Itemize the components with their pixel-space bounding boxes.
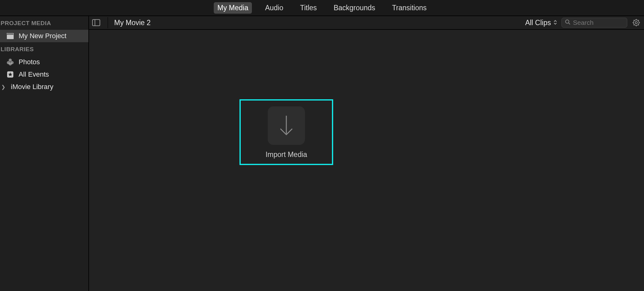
filter-label: All Clips xyxy=(525,19,551,27)
svg-point-7 xyxy=(566,20,569,23)
sidebar-layout-icon xyxy=(92,19,100,26)
import-media-label: Import Media xyxy=(266,150,307,159)
search-box[interactable] xyxy=(561,18,627,28)
project-title: My Movie 2 xyxy=(114,19,151,27)
import-icon-box xyxy=(268,106,305,145)
import-media-button[interactable]: Import Media xyxy=(239,99,333,165)
svg-point-0 xyxy=(9,59,12,62)
svg-point-3 xyxy=(9,62,12,65)
toolbar: My Movie 2 All Clips xyxy=(89,16,644,30)
sidebar-item-imovie-library[interactable]: ❯ iMovie Library xyxy=(0,81,88,93)
search-input[interactable] xyxy=(573,19,624,26)
sidebar-item-label: Photos xyxy=(19,58,40,66)
project-media-header: PROJECT MEDIA xyxy=(0,16,88,30)
tab-audio[interactable]: Audio xyxy=(261,2,287,14)
svg-rect-5 xyxy=(92,20,100,26)
filter-dropdown[interactable]: All Clips xyxy=(525,19,557,27)
right-area: My Movie 2 All Clips xyxy=(89,16,644,291)
svg-point-10 xyxy=(635,22,637,24)
sidebar-item-label: All Events xyxy=(19,70,49,78)
updown-icon xyxy=(553,19,557,27)
tab-titles[interactable]: Titles xyxy=(296,2,320,14)
divider xyxy=(108,17,108,28)
top-tabs: My Media Audio Titles Backgrounds Transi… xyxy=(0,0,644,16)
gear-icon xyxy=(632,19,640,27)
chevron-right-icon: ❯ xyxy=(1,84,5,90)
svg-line-15 xyxy=(634,20,635,21)
sidebar: PROJECT MEDIA My New Project LIBRARIES xyxy=(0,16,89,291)
svg-line-8 xyxy=(569,23,570,25)
sidebar-toggle-button[interactable] xyxy=(92,18,101,27)
tab-backgrounds[interactable]: Backgrounds xyxy=(330,2,379,14)
photos-icon xyxy=(6,58,14,66)
sidebar-item-photos[interactable]: Photos xyxy=(0,56,88,68)
clapperboard-icon xyxy=(6,32,14,40)
svg-line-18 xyxy=(638,20,639,21)
main-area: PROJECT MEDIA My New Project LIBRARIES xyxy=(0,16,644,291)
sidebar-item-all-events[interactable]: All Events xyxy=(0,68,88,81)
sidebar-item-label: iMovie Library xyxy=(11,83,53,91)
media-browser: Import Media xyxy=(89,30,644,291)
star-box-icon xyxy=(6,70,14,78)
settings-button[interactable] xyxy=(632,18,641,27)
download-arrow-icon xyxy=(279,115,293,136)
search-icon xyxy=(565,19,570,26)
sidebar-item-label: My New Project xyxy=(19,32,66,40)
sidebar-item-project[interactable]: My New Project xyxy=(0,30,88,42)
tab-my-media[interactable]: My Media xyxy=(214,2,252,14)
svg-line-16 xyxy=(638,25,639,25)
svg-line-17 xyxy=(634,25,635,25)
tab-transitions[interactable]: Transitions xyxy=(388,2,431,14)
libraries-header: LIBRARIES xyxy=(0,42,88,56)
